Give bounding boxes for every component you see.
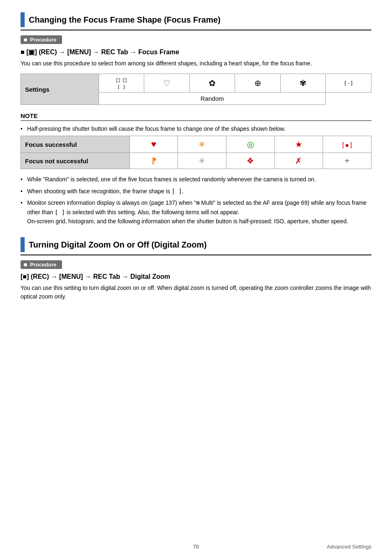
procedure-label-1: Procedure bbox=[30, 37, 56, 43]
focus-table: Focus successful ♥ ✳ ◎ ★ [▪] Focus not s… bbox=[21, 136, 371, 169]
subheading-2: [■] (REC) → [MENU] → REC Tab → Digital Z… bbox=[21, 273, 371, 280]
section1-heading: Changing the Focus Frame Shape (Focus Fr… bbox=[21, 12, 371, 30]
section2-heading: Turning Digital Zoom On or Off (Digital … bbox=[21, 237, 371, 255]
procedure-badge-1: Procedure bbox=[21, 35, 371, 48]
note-item-1: Half-pressing the shutter button will ca… bbox=[21, 124, 371, 133]
focus-fail-icon-2: ✳ bbox=[178, 153, 226, 169]
settings-icon-dotbracket: [·] bbox=[326, 74, 371, 93]
note-item-3: When shooting with face recognition, the… bbox=[21, 187, 371, 196]
procedure-label-2: Procedure bbox=[30, 262, 56, 268]
section2: Turning Digital Zoom On or Off (Digital … bbox=[21, 237, 371, 301]
page-footer: 70 Advanced Settings bbox=[0, 544, 392, 550]
focus-success-icon-4: ★ bbox=[274, 136, 323, 153]
blue-bar-icon bbox=[21, 12, 25, 27]
focus-success-icon-1: ♥ bbox=[129, 136, 178, 153]
section2-title: Turning Digital Zoom On or Off (Digital … bbox=[29, 240, 207, 250]
settings-icon-target: ⊕ bbox=[235, 74, 281, 93]
focus-fail-icon-1: ⁋ bbox=[129, 153, 178, 169]
rec-icon-1: ■ bbox=[21, 49, 25, 56]
procedure-badge-2: Procedure bbox=[21, 260, 371, 273]
page-number: 70 bbox=[193, 544, 199, 550]
settings-icon-bracket: □ □[ ] bbox=[99, 74, 144, 93]
settings-label: Settings bbox=[21, 74, 99, 105]
note-item-4: Monitor screen information display is al… bbox=[21, 198, 371, 226]
focus-not-successful-label: Focus not successful bbox=[21, 153, 130, 169]
footer-right: Advanced Settings bbox=[327, 544, 371, 550]
focus-fail-icon-3: ❖ bbox=[226, 153, 275, 169]
random-label: Random bbox=[99, 93, 326, 105]
focus-fail-icon-5: + bbox=[323, 153, 371, 169]
settings-icon-flower: ✾ bbox=[280, 74, 326, 93]
focus-successful-label: Focus successful bbox=[21, 136, 130, 153]
focus-fail-icon-4: ✗ bbox=[274, 153, 323, 169]
note-section: NOTE Half-pressing the shutter button wi… bbox=[21, 112, 371, 226]
settings-table: Settings □ □[ ] ♡ ✿ ⊕ ✾ [·] Random bbox=[21, 74, 371, 105]
section1-title: Changing the Focus Frame Shape (Focus Fr… bbox=[29, 15, 221, 25]
note-item-2: While "Random" is selected, one of the f… bbox=[21, 175, 371, 184]
body-text-1: You can use this procedure to select fro… bbox=[21, 59, 371, 68]
focus-success-icon-2: ✳ bbox=[178, 136, 226, 153]
focus-success-icon-5: [▪] bbox=[323, 136, 371, 153]
body-text-2: You can use this setting to turn digital… bbox=[21, 284, 371, 301]
focus-success-icon-3: ◎ bbox=[226, 136, 275, 153]
settings-icon-gear: ✿ bbox=[189, 74, 235, 93]
settings-icon-heart: ♡ bbox=[144, 74, 190, 93]
subheading-1: ■ [▣] (REC) → [MENU] → REC Tab → Focus F… bbox=[21, 48, 371, 56]
blue-bar-icon-2 bbox=[21, 237, 25, 252]
note-heading: NOTE bbox=[21, 112, 371, 121]
